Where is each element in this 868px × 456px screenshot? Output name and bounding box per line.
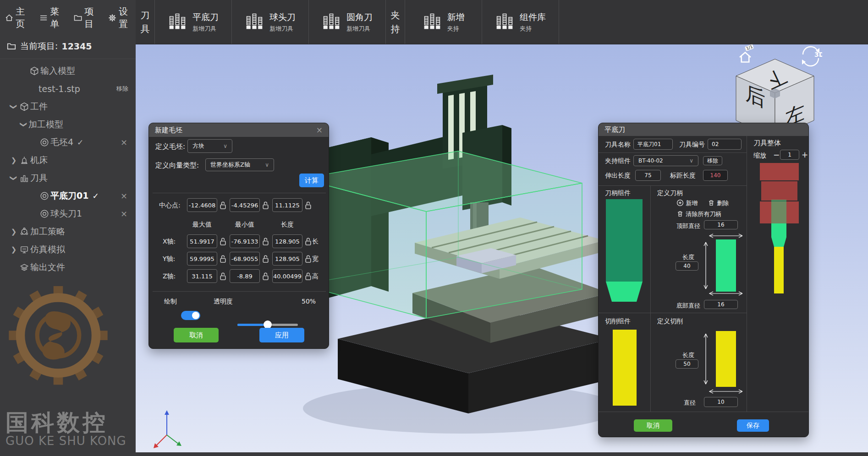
toolbar-button-圆角刀[interactable]: 圆角刀新增刀具: [309, 0, 386, 44]
nav-settings[interactable]: 设置: [108, 5, 136, 30]
zoom-plus-button[interactable]: +: [802, 150, 808, 159]
sidebar-item-球头刀1[interactable]: 球头刀1×: [0, 205, 136, 223]
vector-type-select[interactable]: 世界坐标系Z轴 ∨: [205, 158, 274, 171]
sidebar-item-工件[interactable]: ❯工件: [0, 98, 136, 115]
panel-cancel-button[interactable]: 取消: [634, 419, 672, 432]
cube-icon: [18, 102, 30, 111]
dialog-title: 新建毛坯: [155, 126, 182, 135]
tree-item-label: 平底刀01: [50, 190, 88, 202]
bottom-diameter-input[interactable]: 16: [704, 300, 738, 309]
zoom-value-input[interactable]: 1: [780, 150, 799, 160]
sidebar-item-刀具[interactable]: ❯刀具: [0, 169, 136, 187]
unlock-icon[interactable]: [262, 255, 269, 263]
calculate-button[interactable]: 计算: [299, 174, 324, 187]
unlock-icon[interactable]: [304, 201, 312, 210]
remove-model-button[interactable]: 移除: [116, 85, 128, 93]
shank-length-input[interactable]: 40: [676, 261, 698, 271]
unlock-icon[interactable]: [304, 237, 312, 246]
chevron-icon[interactable]: ❯: [10, 174, 18, 183]
apply-button[interactable]: 应用: [259, 328, 304, 342]
toolbar-button-平底刀[interactable]: 平底刀新增刀具: [155, 0, 232, 44]
draw-toggle[interactable]: [181, 311, 200, 320]
sidebar-item-加工策略[interactable]: ❯加工策略: [0, 223, 136, 240]
x-min-input[interactable]: -76.9133: [230, 234, 260, 248]
center-y-input[interactable]: -4.45296: [230, 198, 260, 212]
close-icon[interactable]: ×: [121, 137, 127, 147]
center-z-input[interactable]: 11.1125: [272, 198, 302, 212]
toolbar-button-球头刀[interactable]: 球头刀新增刀具: [232, 0, 309, 44]
z-len-input[interactable]: 40.00499: [272, 269, 302, 283]
check-icon: ✓: [77, 138, 83, 147]
view-home-icon[interactable]: [737, 49, 753, 65]
extend-length-input[interactable]: 75: [635, 170, 661, 181]
define-stock-select[interactable]: 方块 ∨: [187, 139, 232, 153]
close-icon[interactable]: ×: [121, 209, 127, 218]
y-max-input[interactable]: 59.9995: [187, 252, 217, 266]
cut-diameter-input[interactable]: 10: [704, 397, 738, 407]
close-icon[interactable]: ×: [316, 125, 323, 135]
panel-save-button[interactable]: 保存: [737, 419, 769, 432]
panel-titlebar[interactable]: 平底刀: [599, 123, 808, 136]
unlock-icon[interactable]: [219, 201, 227, 210]
sidebar-item-平底刀01[interactable]: 平底刀01✓×: [0, 187, 136, 205]
nav-project[interactable]: 项目: [73, 5, 101, 30]
x-len-input[interactable]: 128.905: [272, 234, 302, 248]
machine-icon: [18, 156, 30, 165]
clear-shanks-label: 清除所有刀柄: [686, 211, 721, 217]
unlock-icon[interactable]: [262, 272, 269, 281]
cutter-preview: [612, 329, 637, 406]
sidebar-item-输入模型[interactable]: 输入模型: [0, 62, 136, 80]
chevron-icon[interactable]: ❯: [9, 228, 18, 236]
y-len-input[interactable]: 128.905: [272, 252, 302, 266]
chevron-icon[interactable]: ❯: [9, 156, 18, 164]
tool-number-input[interactable]: 02: [708, 139, 742, 150]
zoom-minus-button[interactable]: −: [773, 150, 780, 159]
rotate-3d-icon[interactable]: 3D: [799, 44, 822, 68]
unlock-icon[interactable]: [304, 255, 312, 263]
close-icon[interactable]: ×: [121, 191, 127, 201]
y-min-input[interactable]: -68.9055: [230, 252, 260, 266]
add-shank-button[interactable]: 新增: [676, 199, 698, 207]
z-max-input[interactable]: 31.115: [187, 269, 217, 283]
toolbar-button-新增[interactable]: 新增夹持: [405, 0, 482, 44]
chevron-icon[interactable]: ❯: [10, 102, 18, 111]
stock-bounding-box: [301, 151, 582, 318]
cancel-button[interactable]: 取消: [174, 328, 219, 342]
toolbar-button-组件库[interactable]: 组件库夹持: [482, 0, 559, 44]
chevron-icon[interactable]: ❯: [20, 120, 28, 129]
sidebar-item-仿真模拟[interactable]: ❯仿真模拟: [0, 240, 136, 258]
gauge-length-input[interactable]: 140: [703, 170, 728, 181]
nav-menu[interactable]: 菜单: [39, 5, 67, 30]
z-min-input[interactable]: -8.89: [230, 269, 260, 283]
center-x-input[interactable]: -12.4608: [187, 198, 217, 212]
tool-name-input[interactable]: 平底刀01: [633, 139, 673, 150]
sidebar-item-毛坯4[interactable]: 毛坯4✓×: [0, 133, 136, 151]
cut-length-input[interactable]: 50: [676, 359, 698, 369]
nav-home[interactable]: 主页: [5, 5, 33, 30]
sidebar-item-test-1.stp[interactable]: test-1.stp移除: [0, 80, 136, 98]
zoom-label: 缩放: [753, 152, 766, 160]
sidebar-item-输出文件[interactable]: 输出文件: [0, 258, 136, 276]
remove-holder-button[interactable]: 移除: [703, 156, 722, 165]
unlock-icon[interactable]: [219, 255, 227, 263]
clear-shanks-button[interactable]: 清除所有刀柄: [676, 210, 721, 218]
top-diameter-input[interactable]: 16: [704, 220, 738, 229]
unlock-icon[interactable]: [219, 272, 227, 281]
delete-shank-button[interactable]: 删除: [708, 199, 729, 207]
sidebar-item-加工模型[interactable]: ❯加工模型: [0, 115, 136, 133]
unlock-icon[interactable]: [304, 272, 312, 281]
drill-bits-icon: [322, 11, 341, 33]
toolbar-button-subtitle: 新增刀具: [269, 25, 296, 33]
opacity-slider[interactable]: [237, 324, 298, 326]
chevron-icon[interactable]: ❯: [9, 245, 18, 254]
tree-item-label: 仿真模拟: [30, 244, 65, 255]
tree-item-label: 机床: [30, 154, 48, 166]
holder-select[interactable]: BT-40-02 ∨: [633, 155, 698, 166]
sidebar-item-机床[interactable]: ❯机床: [0, 151, 136, 169]
unlock-icon[interactable]: [262, 201, 269, 210]
unlock-icon[interactable]: [262, 237, 269, 246]
brand-title: 国科数控: [5, 407, 108, 438]
dialog-titlebar[interactable]: 新建毛坯 ×: [149, 123, 329, 137]
unlock-icon[interactable]: [219, 237, 227, 246]
x-max-input[interactable]: 51.9917: [187, 234, 217, 248]
